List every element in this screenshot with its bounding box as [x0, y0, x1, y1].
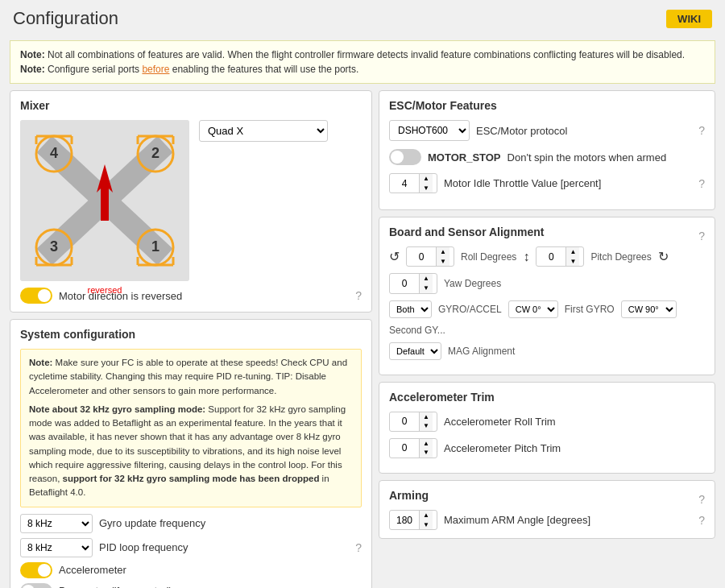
gyro-accel-label: GYRO/ACCEL: [438, 304, 502, 315]
roll-spinbox-btns: ▲ ▼: [436, 247, 450, 266]
idle-throttle-spinbox-btns: ▲ ▼: [419, 174, 433, 193]
yaw-input[interactable]: [390, 275, 419, 292]
motor-stop-desc: Don't spin the motors when armed: [508, 151, 667, 164]
motor-reversed-toggle[interactable]: [20, 288, 52, 304]
arm-angle-down[interactable]: ▼: [420, 520, 433, 530]
pitch-down[interactable]: ▼: [566, 257, 579, 267]
accel-label: Accelerometer: [59, 564, 126, 576]
roll-trim-input[interactable]: [390, 413, 419, 429]
accel-row: Accelerometer: [20, 562, 362, 578]
yaw-up[interactable]: ▲: [420, 274, 433, 284]
idle-throttle-input[interactable]: [390, 176, 419, 192]
esc-protocol-help-icon[interactable]: ?: [698, 124, 705, 137]
motor-reversed-help-icon[interactable]: ?: [355, 289, 362, 302]
gyro-freq-row: 8 kHz Gyro update frequency: [20, 514, 362, 533]
board-alignment-card: Board and Sensor Alignment ? ↺ ▲ ▼ Roll …: [379, 217, 715, 375]
pitch-trim-input[interactable]: [390, 440, 419, 456]
warning-text2: Note about 32 kHz gyro sampling mode: Su…: [29, 403, 353, 500]
system-config-card: System configuration Note: Make sure you…: [10, 319, 372, 588]
roll-icon: ↺: [389, 249, 400, 264]
svg-text:1: 1: [151, 238, 160, 255]
roll-trim-up[interactable]: ▲: [420, 412, 433, 422]
first-gyro-select[interactable]: CW 0°: [508, 300, 558, 318]
note-line2: Note: Configure serial ports before enab…: [20, 62, 705, 77]
mixer-card: Mixer: [10, 90, 372, 313]
arming-card: Arming ? ▲ ▼ Maximum ARM Angle [degrees]…: [379, 480, 715, 539]
arm-angle-spinbox-btns: ▲ ▼: [419, 511, 433, 529]
idle-throttle-help-icon[interactable]: ?: [698, 177, 705, 190]
right-column: ESC/Motor Features DSHOT600 ESC/Motor pr…: [379, 90, 715, 588]
pid-freq-select[interactable]: 8 kHz: [20, 538, 93, 557]
roll-input[interactable]: [407, 249, 436, 265]
accelerometer-toggle[interactable]: [20, 562, 52, 578]
esc-protocol-select[interactable]: DSHOT600: [389, 120, 470, 141]
yaw-spinbox-btns: ▲ ▼: [419, 274, 433, 292]
motor-stop-toggle[interactable]: [389, 149, 421, 165]
pid-freq-help-icon[interactable]: ?: [355, 541, 362, 554]
yaw-icon: ↻: [658, 249, 669, 264]
pitch-degrees-label: Pitch Degrees: [590, 251, 651, 263]
pitch-trim-down[interactable]: ▼: [420, 448, 433, 458]
accel-trim-card: Accelerometer Trim ▲ ▼ Accelerometer Rol…: [379, 382, 715, 474]
esc-motor-title: ESC/Motor Features: [389, 99, 705, 112]
pitch-trim-up[interactable]: ▲: [420, 439, 433, 449]
roll-trim-spinbox-btns: ▲ ▼: [419, 412, 433, 431]
gyro-freq-select[interactable]: 8 kHz: [20, 514, 93, 533]
quad-x-select[interactable]: Quad X: [199, 120, 328, 142]
mixer-title: Mixer: [20, 99, 362, 112]
roll-trim-row: ▲ ▼ Accelerometer Roll Trim: [389, 412, 705, 432]
roll-down[interactable]: ▼: [437, 257, 450, 267]
pitch-icon: ↕: [523, 250, 529, 264]
pitch-up[interactable]: ▲: [566, 247, 579, 257]
note-line1: Note: Not all combinations of features a…: [20, 48, 705, 62]
arm-angle-input[interactable]: [390, 512, 419, 528]
arm-angle-up[interactable]: ▲: [420, 511, 433, 520]
arming-title: Arming: [389, 489, 429, 502]
pitch-spinbox-btns: ▲ ▼: [566, 247, 579, 266]
idle-throttle-row: ▲ ▼ Motor Idle Throttle Value [percent] …: [389, 173, 705, 193]
motor-stop-label: MOTOR_STOP: [428, 151, 501, 164]
second-gyro-label: Second GY...: [389, 325, 445, 336]
mag-align-select[interactable]: Default: [389, 342, 441, 360]
second-gyro-select[interactable]: CW 90°: [621, 300, 677, 318]
mixer-diagram: 4 2 3 1: [20, 120, 189, 281]
pitch-trim-row: ▲ ▼ Accelerometer Pitch Trim: [389, 438, 705, 458]
alignment-degrees-row: ↺ ▲ ▼ Roll Degrees ↕ ▲ ▼: [389, 246, 705, 293]
board-alignment-title: Board and Sensor Alignment: [389, 226, 544, 238]
pitch-trim-spinbox-btns: ▲ ▼: [419, 439, 433, 458]
gyro-freq-label: Gyro update frequency: [99, 517, 205, 529]
before-link[interactable]: before: [142, 64, 169, 75]
yaw-spinbox: ▲ ▼: [389, 273, 437, 293]
idle-throttle-spinbox: ▲ ▼: [389, 173, 437, 193]
notes-section: Note: Not all combinations of features a…: [10, 40, 715, 84]
yaw-down[interactable]: ▼: [420, 284, 433, 293]
yaw-degrees-label: Yaw Degrees: [444, 278, 501, 289]
mag-align-row: Default MAG Alignment: [389, 342, 705, 360]
pitch-trim-label: Accelerometer Pitch Trim: [444, 442, 561, 454]
svg-text:3: 3: [50, 238, 58, 255]
arm-angle-help-icon[interactable]: ?: [698, 514, 705, 527]
idle-throttle-up[interactable]: ▲: [420, 174, 433, 184]
idle-throttle-label: Motor Idle Throttle Value [percent]: [444, 177, 601, 189]
arm-angle-row: ▲ ▼ Maximum ARM Angle [degrees] ?: [389, 510, 705, 530]
main-grid: Mixer: [0, 90, 725, 588]
board-alignment-help-icon[interactable]: ?: [698, 230, 705, 242]
arming-help-icon[interactable]: ?: [698, 493, 705, 506]
wiki-button[interactable]: WIKI: [666, 10, 712, 28]
barometer-toggle[interactable]: [20, 583, 52, 589]
svg-text:4: 4: [50, 145, 58, 161]
idle-throttle-down[interactable]: ▼: [420, 184, 433, 193]
gyro-accel-row: Both GYRO/ACCEL CW 0° First GYRO CW 90° …: [389, 300, 705, 336]
roll-up[interactable]: ▲: [437, 247, 450, 257]
roll-trim-down[interactable]: ▼: [420, 421, 433, 431]
accel-trim-title: Accelerometer Trim: [389, 391, 705, 404]
pid-freq-label: PID loop frequency: [99, 541, 188, 553]
roll-degrees-label: Roll Degrees: [461, 251, 516, 263]
system-warning-box: Note: Make sure your FC is able to opera…: [20, 349, 362, 507]
gyro-accel-select[interactable]: Both: [389, 300, 432, 318]
mixer-content: 4 2 3 1: [20, 120, 362, 281]
pitch-trim-spinbox: ▲ ▼: [389, 438, 437, 458]
mixer-right: Quad X: [199, 120, 328, 142]
baro-row: Barometer (if supported): [20, 583, 362, 589]
pitch-input[interactable]: [536, 249, 566, 265]
